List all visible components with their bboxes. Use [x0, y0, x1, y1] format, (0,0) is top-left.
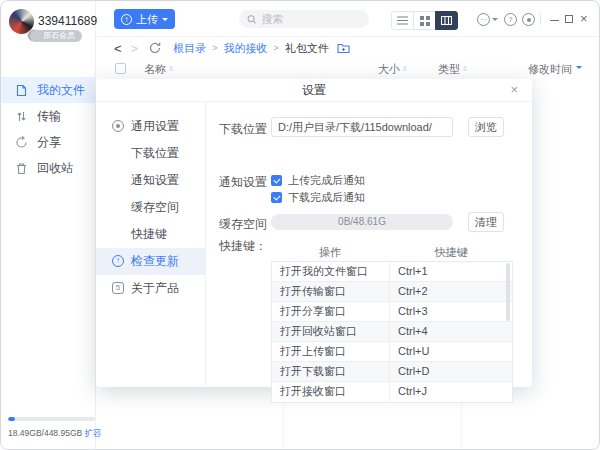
- dialog-title: 设置: [96, 79, 532, 102]
- updates-icon[interactable]: [522, 13, 535, 26]
- about-icon: 5: [112, 282, 124, 294]
- sidebar-item-share[interactable]: 分享: [1, 129, 95, 155]
- breadcrumb-current: 礼包文件: [285, 41, 329, 56]
- grid-view-icon: [420, 16, 430, 26]
- sidebar-item-label: 回收站: [37, 161, 73, 175]
- column-size[interactable]: 大小: [378, 62, 407, 77]
- shortcuts-col-action: 操作: [271, 245, 389, 260]
- search-input[interactable]: [262, 13, 361, 25]
- shortcuts-label: 快捷键：: [219, 238, 267, 255]
- back-button[interactable]: <: [114, 42, 122, 55]
- storage-progress-fill: [8, 417, 15, 421]
- notify-download-option[interactable]: 下载完成后通知: [271, 190, 365, 205]
- upload-label: 上传: [136, 12, 158, 27]
- refresh-button[interactable]: [149, 42, 161, 54]
- download-location-input[interactable]: [271, 117, 453, 137]
- settings-menu-check-update[interactable]: ↑ 检查更新: [96, 248, 205, 275]
- maximize-button[interactable]: [565, 15, 573, 23]
- cache-label: 缓存空间: [219, 216, 267, 233]
- app-window: 339411689 原石会员 我的文件 传输 分享 回收站: [0, 0, 600, 450]
- sort-icon: [463, 64, 467, 73]
- sort-desc-icon: [576, 66, 582, 72]
- checkbox-checked-icon[interactable]: [271, 175, 282, 186]
- sidebar-item-my-files[interactable]: 我的文件: [1, 77, 95, 103]
- more-options-caret-icon: [492, 18, 498, 24]
- breadcrumb-root[interactable]: 根目录: [173, 41, 206, 56]
- shortcut-row[interactable]: 打开分享窗口Ctrl+3: [272, 302, 512, 322]
- sort-icon: [169, 64, 173, 73]
- upload-icon: ↑: [121, 14, 132, 25]
- chevron-down-icon: [162, 18, 168, 24]
- browse-button[interactable]: 浏览: [468, 117, 504, 137]
- settings-menu-general[interactable]: 通用设置: [96, 113, 205, 140]
- column-type[interactable]: 类型: [438, 62, 467, 77]
- column-view-icon: [441, 16, 452, 25]
- share-icon: [15, 136, 28, 149]
- settings-content: 下载位置： 浏览 通知设置 上传完成后通知 下载完成后通知 缓存空间 0B/48…: [206, 102, 532, 387]
- sidebar-item-transfer[interactable]: 传输: [1, 103, 95, 129]
- expand-storage-link[interactable]: 扩容: [84, 428, 101, 438]
- shortcuts-table: 打开我的文件窗口Ctrl+1 打开传输窗口Ctrl+2 打开分享窗口Ctrl+3…: [271, 261, 513, 403]
- navigation-row: < > 根目录 > 我的接收 > 礼包文件: [96, 37, 599, 59]
- sidebar: 339411689 原石会员 我的文件 传输 分享 回收站: [1, 1, 96, 449]
- shortcuts-table-header: 操作 快捷键: [271, 245, 513, 260]
- shortcut-row[interactable]: 打开传输窗口Ctrl+2: [272, 282, 512, 302]
- notify-upload-option[interactable]: 上传完成后通知: [271, 173, 365, 188]
- username: 339411689: [38, 14, 97, 28]
- select-all-checkbox[interactable]: [115, 63, 126, 74]
- search-box[interactable]: [239, 10, 369, 28]
- sidebar-item-label: 我的文件: [37, 83, 85, 97]
- settings-menu-cache[interactable]: 缓存空间: [96, 194, 205, 221]
- upload-button[interactable]: ↑ 上传: [114, 9, 175, 29]
- settings-menu-shortcuts[interactable]: 快捷键: [96, 221, 205, 248]
- shortcut-row[interactable]: 打开下载窗口Ctrl+D: [272, 362, 512, 382]
- shortcuts-scrollbar[interactable]: [506, 263, 510, 321]
- shortcut-row[interactable]: 打开回收站窗口Ctrl+4: [272, 322, 512, 342]
- download-location-label: 下载位置：: [219, 121, 279, 138]
- breadcrumb-my-received[interactable]: 我的接收: [223, 41, 267, 56]
- storage-progressbar: [8, 417, 95, 421]
- shortcut-row[interactable]: 打开上传窗口Ctrl+U: [272, 342, 512, 362]
- checkbox-checked-icon[interactable]: [271, 192, 282, 203]
- gear-icon: [112, 120, 124, 132]
- trash-icon: [15, 162, 28, 175]
- shortcut-row[interactable]: 打开接收窗口Ctrl+J: [272, 382, 512, 402]
- forward-button[interactable]: >: [131, 42, 139, 55]
- settings-dialog: 设置 × 通用设置 下载位置 通知设置 缓存空间 快捷键 ↑ 检查更新: [96, 79, 532, 387]
- view-switcher: [391, 11, 458, 30]
- sidebar-item-label: 传输: [37, 109, 61, 123]
- breadcrumb: 根目录 > 我的接收 > 礼包文件: [173, 41, 329, 56]
- file-table-header: 名称 大小 类型 修改时间: [96, 59, 599, 79]
- grid-view-button[interactable]: [413, 11, 436, 30]
- settings-menu-download-location[interactable]: 下载位置: [96, 140, 205, 167]
- divider: [540, 13, 541, 25]
- refresh-icon: [149, 42, 161, 54]
- list-view-button[interactable]: [391, 11, 414, 30]
- column-name[interactable]: 名称: [144, 62, 173, 77]
- sidebar-item-recycle-bin[interactable]: 回收站: [1, 155, 95, 181]
- column-view-button[interactable]: [435, 11, 458, 30]
- shortcut-row[interactable]: 打开我的文件窗口Ctrl+1: [272, 262, 512, 282]
- search-icon: [247, 14, 257, 25]
- settings-menu-notifications[interactable]: 通知设置: [96, 167, 205, 194]
- notify-download-label: 下载完成后通知: [288, 190, 365, 205]
- settings-menu: 通用设置 下载位置 通知设置 缓存空间 快捷键 ↑ 检查更新 5 关于产品: [96, 102, 206, 387]
- settings-menu-about[interactable]: 5 关于产品: [96, 275, 205, 302]
- new-folder-button[interactable]: [337, 42, 350, 54]
- storage-usage-text: 18.49GB/448.95GB: [8, 428, 82, 438]
- new-folder-icon: [337, 42, 350, 54]
- more-options-icon[interactable]: ···: [477, 13, 490, 26]
- toolbar: ↑ 上传 ··· ? ×: [96, 1, 599, 37]
- minimize-button[interactable]: [550, 20, 559, 21]
- column-modified[interactable]: 修改时间: [528, 62, 582, 77]
- help-icon[interactable]: ?: [504, 13, 517, 26]
- membership-badge[interactable]: 原石会员: [30, 30, 82, 42]
- sort-icon: [403, 64, 407, 73]
- close-window-button[interactable]: ×: [580, 12, 588, 25]
- shortcuts-col-keys: 快捷键: [389, 245, 513, 260]
- clean-cache-button[interactable]: 清理: [468, 212, 504, 232]
- notify-upload-label: 上传完成后通知: [288, 173, 365, 188]
- list-view-icon: [397, 16, 408, 25]
- dialog-close-button[interactable]: ×: [510, 83, 518, 97]
- sidebar-nav: 我的文件 传输 分享 回收站: [1, 77, 95, 181]
